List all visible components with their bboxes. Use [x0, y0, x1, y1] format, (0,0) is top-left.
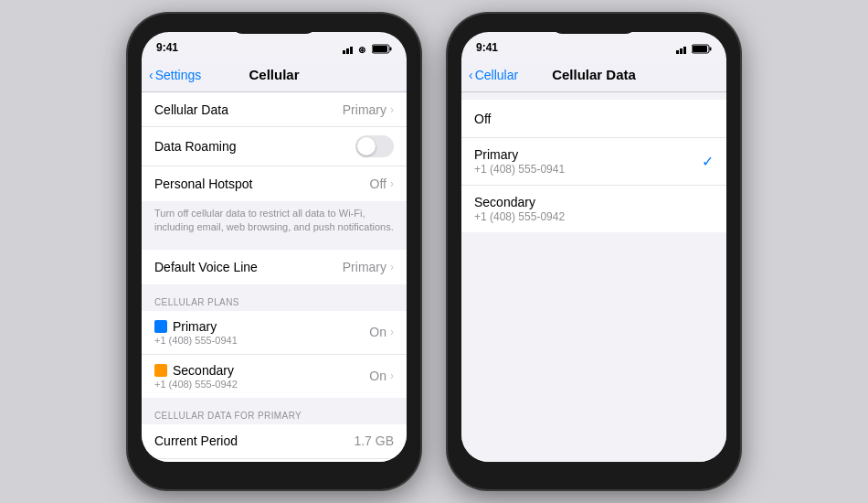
separator-top: [461, 92, 726, 100]
primary-plan-right: On ›: [369, 325, 394, 339]
secondary-plan-icon: [154, 364, 167, 377]
cellular-description: Turn off cellular data to restrict all d…: [142, 201, 407, 242]
current-period-value: 1.7 GB: [354, 433, 394, 448]
svg-rect-8: [680, 48, 683, 54]
status-icons-1: ⊛: [343, 44, 392, 54]
svg-rect-7: [676, 50, 679, 54]
data-section-header: CELLULAR DATA FOR PRIMARY: [142, 405, 407, 424]
svg-rect-5: [390, 48, 392, 51]
default-voice-item[interactable]: Default Voice Line Primary ›: [142, 250, 407, 284]
nav-bar-2: ‹ Cellular Cellular Data: [461, 58, 726, 92]
status-bar-1: 9:41 ⊛: [142, 32, 407, 58]
default-voice-right: Primary ›: [343, 260, 394, 274]
primary-plan-label: Primary: [173, 319, 217, 334]
option-off-content: Off: [474, 112, 491, 126]
secondary-plan-chevron: ›: [390, 369, 394, 382]
phone-2-screen: 9:41 ‹ Cellular Cellular Data Off: [461, 32, 726, 462]
phone-2: 9:41 ‹ Cellular Cellular Data Off: [448, 14, 740, 489]
cellular-data-value: Primary: [343, 102, 386, 117]
notch-2: [548, 14, 640, 34]
back-chevron-1: ‹: [149, 68, 153, 82]
current-period-item: Current Period 1.7 GB: [142, 424, 407, 459]
primary-plan-sublabel: +1 (408) 555-0941: [154, 335, 238, 346]
nav-bar-1: ‹ Settings Cellular: [142, 58, 407, 92]
cellular-data-chevron: ›: [390, 103, 394, 116]
secondary-plan-sublabel: +1 (408) 555-0942: [154, 379, 238, 390]
svg-rect-11: [710, 48, 712, 51]
wifi-icon: ⊛: [358, 45, 369, 54]
status-time-1: 9:41: [156, 41, 178, 54]
default-voice-chevron: ›: [390, 261, 394, 273]
back-label-2: Cellular: [475, 68, 518, 82]
secondary-plan-item[interactable]: Secondary +1 (408) 555-0942 On ›: [142, 355, 407, 398]
back-button-2[interactable]: ‹ Cellular: [469, 68, 518, 82]
secondary-plan-right: On ›: [369, 369, 394, 383]
signal-icon: [343, 45, 355, 54]
personal-hotspot-value: Off: [370, 177, 386, 191]
option-primary-sublabel: +1 (408) 555-0941: [474, 163, 565, 176]
status-time-2: 9:41: [476, 41, 498, 54]
option-secondary[interactable]: Secondary +1 (408) 555-0942: [461, 186, 726, 232]
battery-icon-2: [692, 44, 712, 54]
secondary-plan-left: Secondary +1 (408) 555-0942: [154, 363, 238, 390]
cellular-data-label: Cellular Data: [154, 102, 228, 117]
secondary-plan-label-row: Secondary: [154, 363, 238, 378]
back-label-1: Settings: [155, 68, 202, 82]
nav-title-2: Cellular Data: [552, 67, 636, 82]
separator-1: [142, 242, 407, 250]
personal-hotspot-chevron: ›: [390, 177, 394, 190]
back-button-1[interactable]: ‹ Settings: [149, 68, 201, 82]
option-primary-label: Primary: [474, 147, 565, 162]
primary-plan-item[interactable]: Primary +1 (408) 555-0941 On ›: [142, 311, 407, 355]
status-icons-2: [676, 44, 712, 54]
group-voice: Default Voice Line Primary ›: [142, 250, 407, 284]
group-cellular-data-options: Off Primary +1 (408) 555-0941 ✓ Secondar…: [461, 100, 726, 232]
svg-rect-0: [343, 50, 345, 54]
phone-1-screen: 9:41 ⊛ ‹ Settings Cellular Cellular Data…: [142, 32, 407, 462]
current-period-label: Current Period: [154, 433, 238, 448]
option-off[interactable]: Off: [461, 100, 726, 138]
cellular-data-item[interactable]: Cellular Data Primary ›: [142, 92, 407, 127]
personal-hotspot-label: Personal Hotspot: [154, 177, 252, 191]
option-secondary-content: Secondary +1 (408) 555-0942: [474, 195, 565, 223]
group-cellular: Cellular Data Primary › Data Roaming Per…: [142, 92, 407, 201]
svg-rect-2: [350, 47, 353, 54]
current-period-roaming-item: Current Period Roaming 0 bytes: [142, 459, 407, 462]
data-roaming-toggle[interactable]: [355, 135, 394, 157]
svg-rect-6: [373, 46, 387, 52]
svg-rect-9: [683, 47, 686, 54]
option-secondary-label: Secondary: [474, 195, 565, 209]
signal-icon-2: [676, 45, 689, 54]
secondary-plan-value: On: [369, 369, 386, 383]
default-voice-label: Default Voice Line: [154, 260, 258, 274]
content-2: Off Primary +1 (408) 555-0941 ✓ Secondar…: [461, 92, 726, 462]
separator-3: [142, 398, 407, 405]
option-primary-content: Primary +1 (408) 555-0941: [474, 147, 565, 176]
toggle-thumb: [357, 137, 376, 155]
plans-header: CELLULAR PLANS: [142, 292, 407, 311]
personal-hotspot-right: Off ›: [370, 177, 394, 191]
battery-icon: [372, 44, 392, 54]
content-1: Cellular Data Primary › Data Roaming Per…: [142, 92, 407, 462]
back-chevron-2: ‹: [469, 68, 473, 82]
primary-plan-label-row: Primary: [154, 319, 238, 334]
notch: [228, 14, 320, 34]
option-secondary-sublabel: +1 (408) 555-0942: [474, 210, 565, 223]
personal-hotspot-item[interactable]: Personal Hotspot Off ›: [142, 166, 407, 201]
data-roaming-label: Data Roaming: [154, 139, 237, 154]
separator-2: [142, 284, 407, 292]
group-plans: Primary +1 (408) 555-0941 On › Secondary: [142, 311, 407, 398]
primary-check-icon: ✓: [702, 153, 714, 170]
data-roaming-item[interactable]: Data Roaming: [142, 127, 407, 166]
svg-rect-12: [693, 46, 707, 52]
status-bar-2: 9:41: [461, 32, 726, 58]
cellular-data-right: Primary ›: [343, 102, 394, 117]
nav-title-1: Cellular: [249, 67, 299, 82]
primary-plan-icon: [154, 320, 167, 333]
primary-plan-value: On: [369, 325, 386, 339]
primary-plan-left: Primary +1 (408) 555-0941: [154, 319, 238, 346]
secondary-plan-label: Secondary: [173, 363, 234, 378]
phone-1: 9:41 ⊛ ‹ Settings Cellular Cellular Data…: [128, 14, 420, 489]
option-primary[interactable]: Primary +1 (408) 555-0941 ✓: [461, 138, 726, 186]
svg-text:⊛: ⊛: [358, 45, 365, 54]
